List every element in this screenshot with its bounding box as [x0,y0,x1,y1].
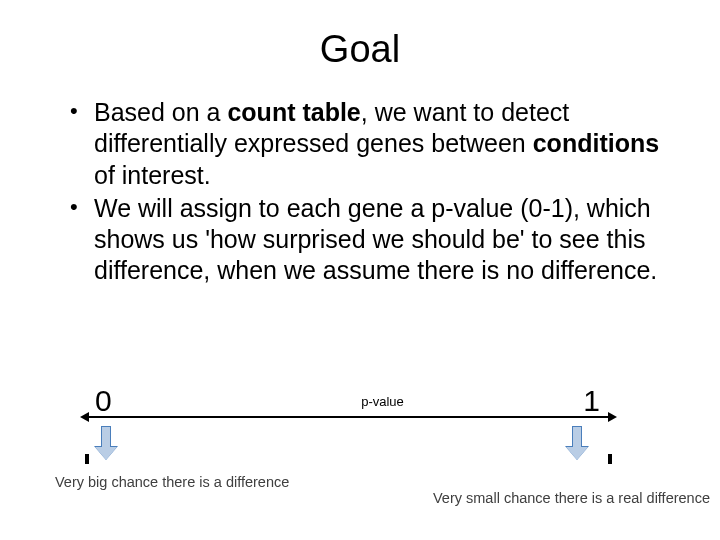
body-list: Based on a count table, we want to detec… [40,97,680,287]
scale-zero-label: 0 [95,384,112,418]
bullet-1: Based on a count table, we want to detec… [70,97,680,191]
bold-conditions: conditions [533,129,659,157]
pvalue-axis-label: p-value [361,394,404,409]
pvalue-diagram: 0 p-value 1 Very big chance there is a d… [75,390,690,430]
scale-row: 0 p-value 1 [75,390,690,430]
caption-right: Very small chance there is a real differ… [433,490,710,506]
axis-line [87,416,610,418]
bold-count-table: count table [227,98,360,126]
caption-left: Very big chance there is a difference [55,474,289,490]
tick-right [608,454,612,464]
text-span: of interest. [94,161,211,189]
arrow-down-left-icon [95,426,117,460]
text-span: Based on a [94,98,227,126]
bullet-2: We will assign to each gene a p-value (0… [70,193,680,287]
tick-left [85,454,89,464]
slide-title: Goal [40,28,680,71]
scale-one-label: 1 [583,384,600,418]
arrow-down-right-icon [566,426,588,460]
